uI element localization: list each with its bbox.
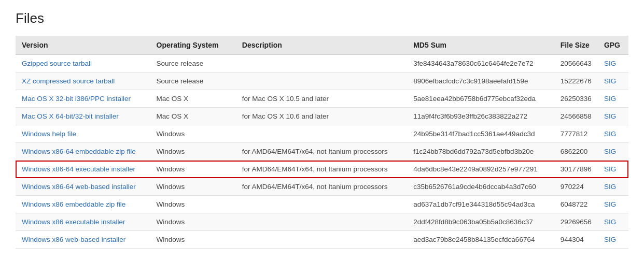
file-size: 15222676	[554, 72, 598, 90]
table-row: Windows x86 web-based installerWindowsae…	[16, 231, 628, 249]
file-sig-link[interactable]: SIG	[604, 130, 616, 138]
files-table: Version Operating System Description MD5…	[16, 36, 628, 249]
file-md5: ad637a1db7cf91e344318d55c94ad3ca	[407, 196, 554, 213]
table-row: Gzipped source tarballSource release3fe8…	[16, 55, 628, 72]
table-row: XZ compressed source tarballSource relea…	[16, 72, 628, 90]
file-version-link[interactable]: Windows x86 embeddable zip file	[22, 200, 125, 208]
file-md5: 3fe8434643a78630c61c6464fe2e7e72	[407, 55, 554, 72]
file-version-link[interactable]: Mac OS X 64-bit/32-bit installer	[22, 112, 119, 120]
file-version-link[interactable]: Windows help file	[22, 130, 76, 138]
file-size: 20566643	[554, 55, 598, 72]
file-os: Windows	[150, 196, 236, 213]
file-sig-link[interactable]: SIG	[604, 165, 616, 173]
table-header-row: Version Operating System Description MD5…	[16, 36, 628, 55]
file-size: 970224	[554, 178, 598, 196]
file-size: 7777812	[554, 125, 598, 143]
header-os: Operating System	[150, 36, 236, 55]
header-description: Description	[236, 36, 407, 55]
header-size: File Size	[554, 36, 598, 55]
file-version-link[interactable]: Gzipped source tarball	[22, 60, 92, 67]
file-size: 30177896	[554, 161, 598, 178]
file-md5: 5ae81eea42bb6758b6d775ebcaf32eda	[407, 90, 554, 108]
header-md5: MD5 Sum	[407, 36, 554, 55]
table-row: Windows x86-64 embeddable zip fileWindow…	[16, 143, 628, 161]
file-os: Windows	[150, 178, 236, 196]
file-os: Source release	[150, 72, 236, 90]
file-os: Source release	[150, 55, 236, 72]
file-sig-link[interactable]: SIG	[604, 183, 616, 191]
table-row: Windows x86-64 web-based installerWindow…	[16, 178, 628, 196]
file-description: for AMD64/EM64T/x64, not Itanium process…	[236, 143, 407, 161]
file-version-link[interactable]: Windows x86 web-based installer	[22, 236, 125, 243]
table-row: Windows x86 executable installerWindows2…	[16, 213, 628, 231]
file-md5: 24b95be314f7bad1cc5361ae449adc3d	[407, 125, 554, 143]
file-description: for AMD64/EM64T/x64, not Itanium process…	[236, 161, 407, 178]
file-sig-link[interactable]: SIG	[604, 77, 616, 85]
file-md5: 8906efbacfcdc7c3c9198aeefafd159e	[407, 72, 554, 90]
file-description: for Mac OS X 10.6 and later	[236, 108, 407, 125]
file-size: 6862200	[554, 143, 598, 161]
file-size: 29269656	[554, 213, 598, 231]
file-size: 6048722	[554, 196, 598, 213]
file-os: Mac OS X	[150, 90, 236, 108]
file-size: 26250336	[554, 90, 598, 108]
file-version-link[interactable]: Windows x86 executable installer	[22, 218, 125, 226]
file-version-link[interactable]: Windows x86-64 web-based installer	[22, 183, 136, 191]
table-row: Windows x86-64 executable installerWindo…	[16, 161, 628, 178]
file-md5: 11a9f4fc3f6b93e3ffb26c383822a272	[407, 108, 554, 125]
header-gpg: GPG	[598, 36, 628, 55]
file-sig-link[interactable]: SIG	[604, 218, 616, 226]
file-description: for Mac OS X 10.5 and later	[236, 90, 407, 108]
file-size: 944304	[554, 231, 598, 249]
page-title: Files	[16, 10, 628, 26]
file-md5: f1c24bb78bd6dd792a73d5ebfbd3b20e	[407, 143, 554, 161]
file-sig-link[interactable]: SIG	[604, 148, 616, 155]
file-description	[236, 231, 407, 249]
file-sig-link[interactable]: SIG	[604, 60, 616, 67]
header-version: Version	[16, 36, 150, 55]
table-row: Windows x86 embeddable zip fileWindowsad…	[16, 196, 628, 213]
file-version-link[interactable]: XZ compressed source tarball	[22, 77, 115, 85]
table-row: Windows help fileWindows24b95be314f7bad1…	[16, 125, 628, 143]
file-description	[236, 196, 407, 213]
file-os: Windows	[150, 125, 236, 143]
file-sig-link[interactable]: SIG	[604, 236, 616, 243]
file-description	[236, 55, 407, 72]
file-sig-link[interactable]: SIG	[604, 95, 616, 103]
file-md5: aed3ac79b8e2458b84135ecfdca66764	[407, 231, 554, 249]
file-description: for AMD64/EM64T/x64, not Itanium process…	[236, 178, 407, 196]
file-version-link[interactable]: Windows x86-64 executable installer	[22, 165, 135, 173]
file-size: 24566858	[554, 108, 598, 125]
file-os: Windows	[150, 161, 236, 178]
file-version-link[interactable]: Mac OS X 32-bit i386/PPC installer	[22, 95, 131, 103]
file-description	[236, 72, 407, 90]
file-os: Windows	[150, 231, 236, 249]
table-row: Mac OS X 32-bit i386/PPC installerMac OS…	[16, 90, 628, 108]
file-md5: 4da6dbc8e43e2249a0892d257e977291	[407, 161, 554, 178]
file-description	[236, 125, 407, 143]
table-row: Mac OS X 64-bit/32-bit installerMac OS X…	[16, 108, 628, 125]
file-sig-link[interactable]: SIG	[604, 112, 616, 120]
file-os: Windows	[150, 143, 236, 161]
file-version-link[interactable]: Windows x86-64 embeddable zip file	[22, 148, 136, 155]
file-description	[236, 213, 407, 231]
file-sig-link[interactable]: SIG	[604, 200, 616, 208]
file-os: Windows	[150, 213, 236, 231]
file-os: Mac OS X	[150, 108, 236, 125]
file-md5: c35b6526761a9cde4b6dccab4a3d7c60	[407, 178, 554, 196]
file-md5: 2ddf428fd8b9c063ba05b5a0c8636c37	[407, 213, 554, 231]
